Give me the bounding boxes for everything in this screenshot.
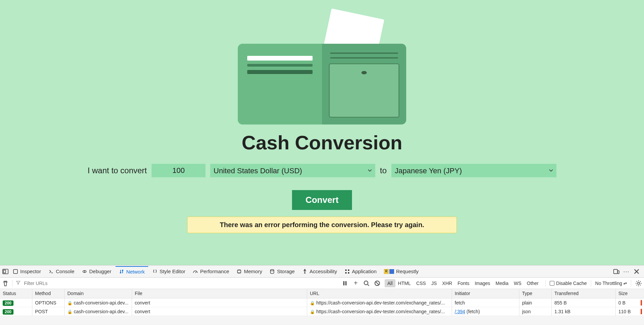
filter-images[interactable]: Images: [472, 279, 493, 287]
close-devtools-icon[interactable]: [633, 268, 640, 275]
col-transferred[interactable]: Transferred: [552, 289, 616, 298]
disable-cache-checkbox[interactable]: Disable Cache: [550, 281, 587, 286]
svg-rect-10: [348, 272, 349, 274]
tab-application[interactable]: Application: [341, 266, 380, 276]
funnel-icon: [16, 280, 21, 286]
tab-inspector[interactable]: Inspector: [9, 266, 44, 276]
filter-js[interactable]: JS: [428, 279, 439, 287]
filter-fonts[interactable]: Fonts: [455, 279, 472, 287]
amount-input[interactable]: [152, 164, 205, 177]
error-alert: There was an error performing the conver…: [187, 217, 457, 233]
search-icon[interactable]: [363, 280, 370, 287]
col-waterfall[interactable]: [637, 289, 644, 298]
to-label: to: [380, 166, 387, 175]
col-size[interactable]: Size: [616, 289, 637, 298]
throttling-select[interactable]: No Throttling ▴▾: [595, 281, 627, 286]
col-domain[interactable]: Domain: [65, 289, 132, 298]
col-status[interactable]: Status: [0, 289, 32, 298]
svg-point-15: [364, 281, 368, 285]
svg-rect-8: [348, 269, 349, 271]
filter-media[interactable]: Media: [493, 279, 511, 287]
col-url[interactable]: URL: [307, 289, 452, 298]
tab-performance[interactable]: Performance: [189, 266, 232, 276]
tab-network[interactable]: Network: [116, 266, 148, 277]
svg-rect-12: [618, 270, 619, 274]
network-row[interactable]: 200 POST 🔒cash-conversion-api.dev... con…: [0, 307, 644, 316]
type-filters: All HTML CSS JS XHR Fonts Images Media W…: [385, 279, 541, 287]
convert-button[interactable]: Convert: [292, 190, 352, 210]
svg-rect-13: [343, 281, 345, 285]
svg-rect-14: [345, 281, 347, 285]
svg-rect-2: [13, 269, 18, 274]
to-currency-select[interactable]: Japanese Yen (JPY): [391, 164, 556, 177]
lock-icon: 🔒: [310, 310, 315, 314]
pause-icon[interactable]: [342, 280, 348, 287]
dock-icon[interactable]: [2, 268, 9, 275]
svg-rect-1: [3, 270, 5, 273]
network-columns-header: Status Method Domain File URL Initiator …: [0, 289, 644, 298]
add-icon[interactable]: +: [352, 280, 359, 287]
col-initiator[interactable]: Initiator: [452, 289, 519, 298]
tab-style-editor[interactable]: Style Editor: [149, 266, 189, 276]
tab-storage[interactable]: Storage: [266, 266, 298, 276]
page-title: Cash Conversion: [242, 131, 402, 154]
filter-urls-input[interactable]: [24, 281, 192, 286]
app-content: Cash Conversion I want to convert United…: [0, 0, 644, 265]
block-icon[interactable]: [374, 280, 381, 287]
wallet-illustration: [238, 13, 406, 114]
svg-point-6: [304, 269, 305, 270]
col-file[interactable]: File: [132, 289, 307, 298]
svg-rect-11: [614, 269, 617, 274]
clear-icon[interactable]: [2, 280, 9, 287]
conversion-form: I want to convert United States Dollar (…: [88, 164, 556, 177]
status-badge: 200: [3, 300, 13, 306]
lock-icon: 🔒: [310, 301, 315, 305]
filter-xhr[interactable]: XHR: [440, 279, 455, 287]
filter-other[interactable]: Other: [524, 279, 541, 287]
devtools-tabbar: Inspector Console Debugger Network Style…: [0, 265, 644, 278]
network-row[interactable]: 200 OPTIONS 🔒cash-conversion-api.dev... …: [0, 298, 644, 307]
waterfall-bar: [641, 300, 642, 305]
svg-rect-4: [237, 270, 241, 273]
svg-point-5: [270, 269, 274, 271]
tab-accessibility[interactable]: Accessibility: [299, 266, 341, 276]
network-toolbar: + All HTML CSS JS XHR Fonts Images Media…: [0, 278, 644, 289]
tab-memory[interactable]: Memory: [233, 266, 265, 276]
filter-ws[interactable]: WS: [511, 279, 524, 287]
waterfall-bar: [641, 309, 642, 314]
filter-all[interactable]: All: [385, 279, 395, 287]
col-method[interactable]: Method: [32, 289, 65, 298]
col-type[interactable]: Type: [519, 289, 552, 298]
svg-point-17: [638, 282, 640, 284]
svg-rect-7: [345, 269, 347, 271]
lock-icon: 🔒: [67, 310, 72, 314]
from-currency-select[interactable]: United States Dollar (USD): [210, 164, 375, 177]
filter-css[interactable]: CSS: [414, 279, 429, 287]
more-icon[interactable]: ⋯: [623, 268, 630, 275]
responsive-mode-icon[interactable]: [613, 268, 620, 275]
status-badge: 200: [3, 309, 13, 315]
devtools-panel: Inspector Console Debugger Network Style…: [0, 265, 644, 325]
initiator-link[interactable]: /:394: [455, 309, 465, 314]
convert-label: I want to convert: [88, 166, 147, 175]
tab-debugger[interactable]: Debugger: [78, 266, 115, 276]
settings-gear-icon[interactable]: [635, 280, 642, 287]
lock-icon: 🔒: [67, 301, 72, 305]
tab-requestly[interactable]: R Requestly: [381, 266, 422, 276]
tab-console[interactable]: Console: [45, 266, 78, 276]
filter-html[interactable]: HTML: [395, 279, 414, 287]
svg-rect-9: [345, 272, 347, 274]
